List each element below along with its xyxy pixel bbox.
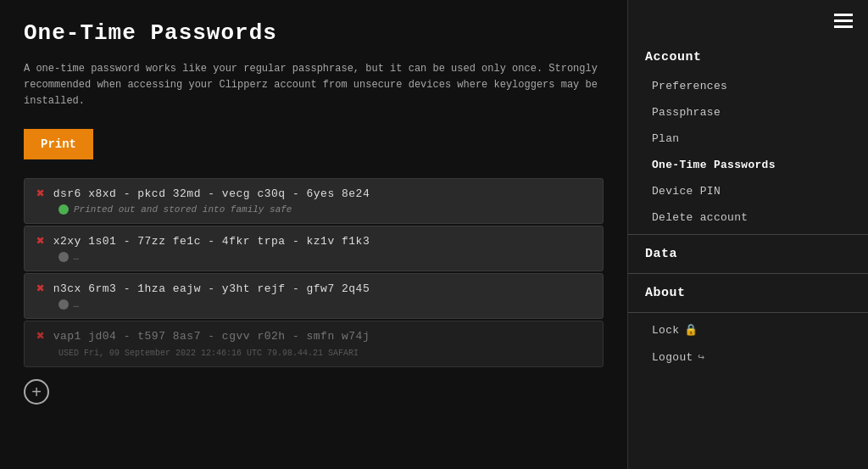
remove-password-icon[interactable]: ✖: [36, 187, 45, 201]
logout-icon: ↪: [698, 350, 705, 364]
nav-item-delete-account[interactable]: Delete account: [628, 204, 868, 231]
sidebar-nav: Account Preferences Passphrase Plan One-…: [628, 42, 868, 469]
page-title: One-Time Passwords: [24, 20, 604, 46]
password-row: ✖dsr6 x8xd - pkcd 32md - vecg c30q - 6ye…: [36, 187, 591, 201]
nav-section-account: Account: [628, 42, 868, 73]
add-password-button[interactable]: +: [24, 379, 49, 405]
password-value: x2xy 1s01 - 77zz fe1c - 4fkr trpa - kz1v…: [53, 235, 370, 248]
password-meta: Printed out and stored into family safe: [36, 204, 591, 215]
remove-password-icon[interactable]: ✖: [36, 330, 45, 343]
password-item: ✖dsr6 x8xd - pkcd 32md - vecg c30q - 6ye…: [24, 178, 604, 224]
print-button[interactable]: Print: [24, 129, 93, 159]
password-value: vap1 jd04 - t597 8as7 - cgvv r02h - smfn…: [53, 330, 370, 343]
remove-password-icon[interactable]: ✖: [36, 282, 45, 296]
password-meta: …: [36, 299, 591, 310]
meta-status-icon: [58, 204, 69, 215]
meta-status-icon: [58, 299, 69, 310]
nav-section-data: Data: [628, 238, 868, 270]
password-value: dsr6 x8xd - pkcd 32md - vecg c30q - 6yes…: [53, 187, 370, 200]
password-value: n3cx 6rm3 - 1hza eajw - y3ht rejf - gfw7…: [53, 282, 370, 295]
nav-item-lock[interactable]: Lock 🔒: [628, 316, 868, 343]
used-info: USED Fri, 09 September 2022 12:46:16 UTC…: [36, 349, 591, 358]
hamburger-menu-icon[interactable]: [834, 14, 853, 28]
nav-item-device-pin[interactable]: Device PIN: [628, 178, 868, 204]
nav-item-passphrase[interactable]: Passphrase: [628, 99, 868, 126]
meta-status-icon: [58, 252, 69, 262]
nav-item-plan[interactable]: Plan: [628, 126, 868, 152]
password-item: ✖n3cx 6rm3 - 1hza eajw - y3ht rejf - gfw…: [24, 273, 604, 319]
meta-text: …: [74, 299, 80, 310]
password-row: ✖n3cx 6rm3 - 1hza eajw - y3ht rejf - gfw…: [36, 282, 591, 296]
sidebar-header: [628, 0, 868, 42]
nav-item-otp[interactable]: One-Time Passwords: [628, 152, 868, 178]
password-row: ✖vap1 jd04 - t597 8as7 - cgvv r02h - smf…: [36, 330, 591, 343]
main-content: One-Time Passwords A one-time password w…: [0, 0, 627, 469]
sidebar: Account Preferences Passphrase Plan One-…: [627, 0, 868, 469]
meta-text: …: [74, 252, 80, 262]
password-row: ✖x2xy 1s01 - 77zz fe1c - 4fkr trpa - kz1…: [36, 235, 591, 248]
nav-item-logout[interactable]: Logout ↪: [628, 343, 868, 371]
password-item: ✖vap1 jd04 - t597 8as7 - cgvv r02h - smf…: [24, 321, 604, 367]
password-item: ✖x2xy 1s01 - 77zz fe1c - 4fkr trpa - kz1…: [24, 226, 604, 271]
remove-password-icon[interactable]: ✖: [36, 235, 45, 248]
password-meta: …: [36, 252, 591, 262]
lock-label: Lock: [652, 324, 679, 337]
meta-text: Printed out and stored into family safe: [74, 204, 292, 215]
lock-icon: 🔒: [684, 323, 698, 337]
nav-item-preferences[interactable]: Preferences: [628, 73, 868, 99]
page-description: A one-time password works like your regu…: [24, 61, 604, 110]
nav-section-about: About: [628, 277, 868, 309]
password-list: ✖dsr6 x8xd - pkcd 32md - vecg c30q - 6ye…: [24, 178, 604, 367]
logout-label: Logout: [652, 351, 693, 364]
